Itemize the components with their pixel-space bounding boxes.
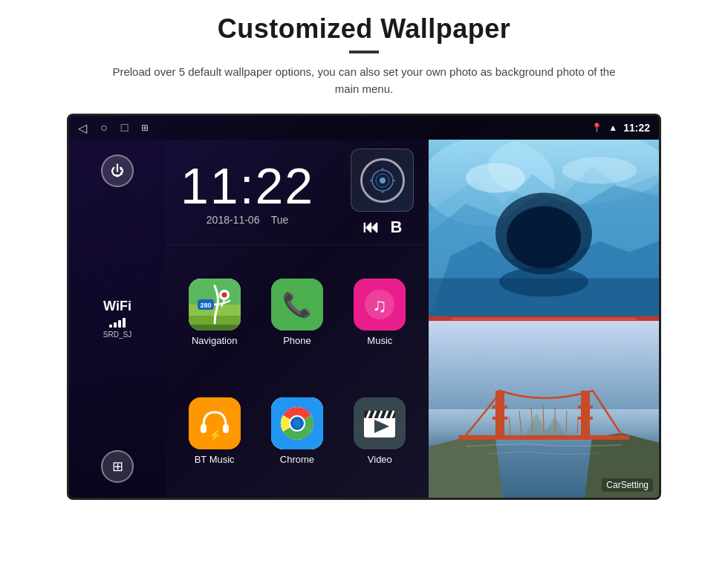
svg-rect-58 [493, 406, 507, 409]
clock-date: 2018-11-06 Tue [181, 214, 314, 226]
media-controls: ⏮ B [351, 149, 414, 237]
svg-rect-10 [189, 325, 241, 331]
clock-area: 11:22 2018-11-06 Tue [166, 140, 429, 245]
media-buttons: ⏮ B [363, 218, 403, 237]
status-time: 11:22 [623, 122, 650, 134]
status-bar: ◁ ○ □ ⊞ 📍 ▲ 11:22 [69, 116, 659, 140]
left-sidebar: ⏻ WiFi SRD_SJ ⊞ [69, 140, 166, 498]
media-app-icon[interactable] [351, 149, 414, 212]
main-content: ⏻ WiFi SRD_SJ ⊞ [69, 140, 659, 498]
svg-rect-20 [189, 397, 241, 449]
screenshot-icon: ⊞ [141, 123, 149, 133]
svg-rect-22 [223, 424, 229, 433]
music-app-svg: ♫ [354, 279, 406, 331]
phone-icon: 📞 [271, 279, 323, 331]
page-wrapper: Customized Wallpaper Preload over 5 defa… [0, 0, 728, 563]
page-title: Customized Wallpaper [218, 13, 511, 45]
power-button[interactable]: ⏻ [101, 154, 134, 187]
wallpaper-ice[interactable] [429, 140, 659, 316]
chrome-app-svg [271, 397, 323, 449]
svg-text:📞: 📞 [282, 290, 312, 319]
wallpaper-previews: CarSetting [429, 140, 659, 498]
android-screen: ◁ ○ □ ⊞ 📍 ▲ 11:22 ⏻ WiFi [67, 114, 661, 500]
music-icon-container: ♫ [354, 279, 406, 331]
video-label: Video [368, 454, 392, 465]
svg-rect-61 [578, 417, 593, 420]
ice-cave-svg [429, 140, 659, 316]
bridge-svg [429, 321, 659, 498]
svg-text:280: 280 [200, 302, 211, 309]
svg-point-45 [507, 206, 581, 269]
phone-label: Phone [283, 335, 311, 346]
title-divider [349, 51, 379, 53]
apps-button[interactable]: ⊞ [101, 450, 134, 483]
navigation-label: Navigation [192, 335, 237, 346]
navigation-icon: 280 [189, 279, 241, 331]
svg-point-49 [562, 157, 637, 184]
music-label: Music [367, 335, 392, 346]
video-icon-container [354, 397, 406, 449]
media-app-inner [360, 158, 405, 203]
svg-rect-57 [581, 391, 590, 440]
svg-rect-60 [578, 406, 593, 409]
chrome-label: Chrome [280, 454, 314, 465]
svg-point-2 [380, 178, 386, 183]
next-track-button[interactable]: B [391, 218, 403, 237]
svg-text:♫: ♫ [373, 294, 388, 316]
signal-art-icon [369, 167, 396, 194]
video-app-svg [354, 397, 406, 449]
wifi-bar-2 [114, 322, 117, 328]
svg-point-12 [221, 292, 227, 297]
wifi-bar-1 [109, 325, 112, 328]
wifi-bar-3 [118, 320, 121, 328]
app-item-chrome[interactable]: Chrome [256, 371, 338, 490]
back-icon: ◁ [78, 121, 87, 135]
wifi-label: WiFi [103, 299, 131, 314]
app-grid: 280 Navigation 📞 Phone [166, 245, 429, 498]
wifi-info: WiFi SRD_SJ [103, 299, 131, 339]
wallpaper-bridge[interactable]: CarSetting [429, 321, 659, 498]
bt-music-label: BT Music [195, 454, 235, 465]
svg-point-47 [499, 267, 588, 297]
center-area: 11:22 2018-11-06 Tue [166, 140, 429, 498]
wifi-status-icon: ▲ [608, 123, 617, 133]
app-item-music[interactable]: ♫ Music [339, 253, 421, 371]
wifi-bars [109, 317, 126, 328]
app-item-navigation[interactable]: 280 Navigation [173, 253, 256, 371]
svg-text:⚡: ⚡ [208, 429, 221, 442]
apps-grid-icon: ⊞ [112, 458, 123, 475]
recents-icon: □ [121, 121, 129, 134]
chrome-icon-container [271, 397, 323, 449]
clock-time: 11:22 [181, 160, 314, 211]
app-item-bt-music[interactable]: ⚡ BT Music [173, 371, 256, 490]
wifi-network: SRD_SJ [103, 331, 131, 339]
svg-point-48 [466, 163, 525, 193]
page-subtitle: Preload over 5 default wallpaper options… [111, 64, 617, 97]
phone-app-svg: 📞 [271, 279, 323, 331]
status-bar-nav: ◁ ○ □ ⊞ [78, 121, 149, 135]
svg-rect-55 [458, 435, 629, 440]
bt-music-icon-container: ⚡ [189, 397, 241, 449]
app-item-phone[interactable]: 📞 Phone [256, 253, 338, 371]
svg-rect-56 [495, 391, 504, 440]
svg-point-28 [293, 420, 301, 427]
navigation-app-svg: 280 [189, 279, 241, 331]
clock-info: 11:22 2018-11-06 Tue [181, 160, 314, 226]
day-value: Tue [271, 214, 289, 226]
prev-track-button[interactable]: ⏮ [363, 218, 379, 237]
svg-rect-59 [493, 417, 507, 420]
location-icon: 📍 [591, 123, 602, 133]
power-icon: ⏻ [111, 163, 124, 179]
app-item-video[interactable]: Video [339, 371, 421, 490]
wifi-bar-4 [123, 318, 126, 328]
status-bar-right: 📍 ▲ 11:22 [591, 122, 650, 134]
home-icon: ○ [100, 121, 108, 134]
bt-music-app-svg: ⚡ [189, 397, 241, 449]
svg-rect-21 [201, 424, 207, 433]
date-value: 2018-11-06 [207, 214, 260, 226]
car-setting-label: CarSetting [602, 478, 653, 492]
